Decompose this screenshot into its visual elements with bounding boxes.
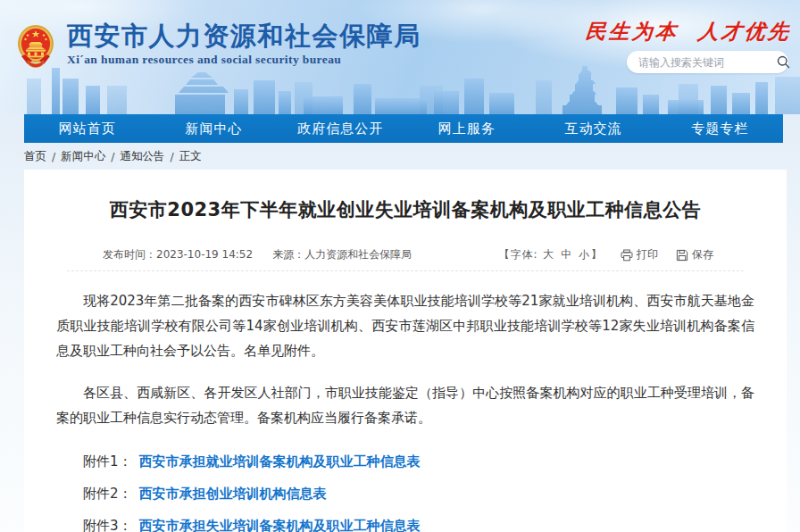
source-label: 来源： (272, 248, 304, 261)
brand-text: 西安市人力资源和社会保障局 Xi´an human resources and … (67, 21, 421, 67)
meta-divider (67, 270, 744, 271)
nav-item-gov-info[interactable]: 政府信息公开 (277, 114, 404, 143)
font-size-large-button[interactable]: 大 (543, 248, 554, 261)
breadcrumb: 首页 / 新闻中心 / 通知公告 / 正文 (24, 143, 783, 170)
nav-item-online-service[interactable]: 网上服务 (404, 114, 530, 143)
national-emblem-icon (16, 23, 55, 68)
article-paragraph: 现将2023年第二批备案的西安市碑林区东方美容美体职业技能培训学校等21家就业培… (56, 288, 754, 363)
attachment-link-entrepreneurship-training[interactable]: 西安市承担创业培训机构信息表 (139, 486, 327, 502)
site-title: 西安市人力资源和社会保障局 (67, 21, 421, 50)
nav-item-interaction[interactable]: 互动交流 (530, 114, 657, 143)
print-button[interactable]: 打印 (621, 247, 658, 262)
site-subtitle: Xi´an human resources and social securit… (67, 53, 421, 67)
breadcrumb-notices[interactable]: 通知公告 (120, 149, 164, 164)
attachment-label: 附件1： (83, 453, 132, 470)
floppy-save-icon (676, 249, 688, 262)
publish-time-label: 发布时间： (103, 248, 156, 261)
attachment-row-2: 附件2：西安市承担创业培训机构信息表 (56, 484, 754, 503)
search-icon[interactable] (776, 53, 791, 72)
site-logo-link[interactable]: 西安市人力资源和社会保障局 Xi´an human resources and … (16, 21, 421, 68)
nav-item-home[interactable]: 网站首页 (24, 114, 151, 143)
nav-item-special-topics[interactable]: 专题专栏 (656, 114, 783, 143)
print-label: 打印 (637, 247, 658, 262)
font-size-medium-button[interactable]: 中 (561, 248, 572, 261)
article-body: 现将2023年第二批备案的西安市碑林区东方美容美体职业技能培训学校等21家就业培… (24, 288, 787, 532)
breadcrumb-current-article: 正文 (179, 149, 202, 164)
main-nav: 网站首页 新闻中心 政府信息公开 网上服务 互动交流 专题专栏 (24, 114, 783, 143)
attachments-list: 附件1：西安市承担就业培训备案机构及职业工种信息表 附件2：西安市承担创业培训机… (56, 452, 754, 532)
publish-time-value: 2023-10-19 14:52 (156, 248, 253, 261)
font-size-suffix: 】 (591, 248, 603, 261)
article-card: 西安市2023年下半年就业创业失业培训备案机构及职业工种信息公告 发布时间：20… (24, 170, 787, 532)
article-title: 西安市2023年下半年就业创业失业培训备案机构及职业工种信息公告 (64, 197, 746, 223)
article-paragraph: 各区县、西咸新区、各开发区人社部门，市职业技能鉴定（指导）中心按照备案机构对应的… (56, 380, 754, 430)
attachment-link-employment-training[interactable]: 西安市承担就业培训备案机构及职业工种信息表 (139, 453, 421, 470)
attachment-link-unemployment-training[interactable]: 西安市承担失业培训备案机构及职业工种信息表 (139, 518, 421, 532)
attachment-row-3: 附件3：西安市承担失业培训备案机构及职业工种信息表 (56, 516, 754, 532)
source-value: 人力资源和社会保障局 (304, 248, 412, 261)
font-size-prefix: 【字体: (498, 248, 538, 261)
slogan-calligraphy: 民生为本 人才优先 (585, 18, 793, 46)
breadcrumb-news-center[interactable]: 新闻中心 (61, 149, 105, 164)
save-button[interactable]: 保存 (676, 247, 713, 262)
breadcrumb-separator: / (111, 150, 114, 163)
breadcrumb-separator: / (170, 150, 173, 163)
meta-left: 发布时间：2023-10-19 14:52来源：人力资源和社会保障局 (103, 247, 412, 262)
site-header: 西安市人力资源和社会保障局 Xi´an human resources and … (0, 0, 800, 114)
save-label: 保存 (692, 247, 713, 262)
meta-right: 【字体: 大 中 小】 打印 保存 (498, 247, 713, 262)
breadcrumb-separator: / (52, 150, 55, 163)
attachment-row-1: 附件1：西安市承担就业培训备案机构及职业工种信息表 (56, 452, 754, 471)
attachment-label: 附件3： (83, 518, 132, 532)
printer-icon (621, 249, 633, 262)
nav-item-news[interactable]: 新闻中心 (151, 114, 278, 143)
search-box (627, 51, 788, 73)
search-input[interactable] (627, 56, 776, 69)
font-size-small-button[interactable]: 小 (579, 248, 590, 261)
breadcrumb-home[interactable]: 首页 (24, 149, 46, 164)
attachment-label: 附件2： (83, 486, 132, 502)
article-meta: 发布时间：2023-10-19 14:52来源：人力资源和社会保障局 【字体: … (103, 247, 713, 262)
font-size-control: 【字体: 大 中 小】 (498, 247, 603, 262)
